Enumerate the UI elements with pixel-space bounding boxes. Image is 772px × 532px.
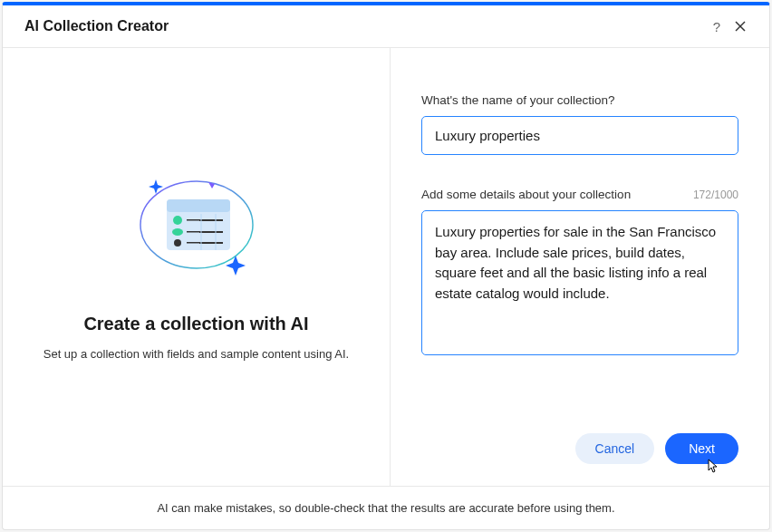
collection-name-label: What's the name of your collection? (421, 93, 614, 107)
modal-header: AI Collection Creator ? (3, 5, 769, 48)
svg-rect-4 (167, 199, 230, 212)
svg-point-11 (174, 239, 181, 247)
collection-details-input[interactable] (421, 210, 738, 355)
header-actions: ? (713, 19, 748, 34)
svg-point-5 (173, 216, 182, 225)
modal-title: AI Collection Creator (24, 18, 169, 34)
disclaimer-text: AI can make mistakes, so double-check th… (157, 501, 614, 515)
help-icon[interactable]: ? (713, 19, 720, 34)
char-count: 172/1000 (693, 189, 738, 201)
right-panel: What's the name of your collection? Add … (391, 48, 769, 486)
svg-point-8 (172, 228, 183, 236)
ai-collection-creator-modal: AI Collection Creator ? (2, 2, 770, 530)
collection-name-input[interactable] (421, 116, 738, 155)
cancel-button[interactable]: Cancel (575, 433, 655, 464)
close-icon[interactable] (733, 19, 748, 34)
collection-details-group: Add some details about your collection 1… (421, 188, 738, 359)
next-button[interactable]: Next (665, 433, 738, 464)
button-row: Cancel Next (421, 433, 738, 464)
ai-collection-illustration (129, 170, 265, 288)
left-panel-subtitle: Set up a collection with fields and samp… (43, 345, 349, 363)
collection-details-label: Add some details about your collection (421, 188, 631, 201)
left-panel: Create a collection with AI Set up a col… (3, 48, 391, 486)
left-panel-title: Create a collection with AI (83, 314, 308, 334)
collection-name-group: What's the name of your collection? (421, 93, 738, 155)
modal-body: Create a collection with AI Set up a col… (3, 48, 769, 486)
modal-footer: AI can make mistakes, so double-check th… (3, 486, 769, 529)
